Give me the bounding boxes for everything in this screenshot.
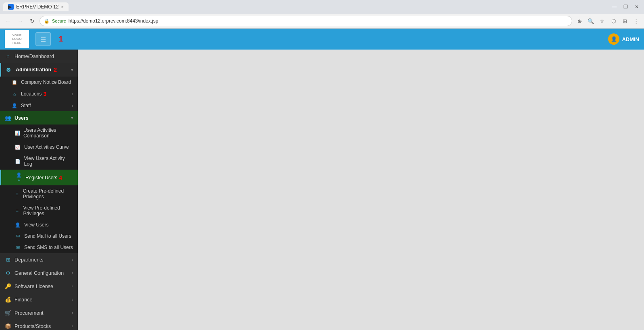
location-pin-icon: ⌂	[11, 91, 18, 96]
departments-icon: ⊞	[5, 257, 11, 263]
secure-icon: 🔒	[44, 19, 50, 24]
sidebar-label-create-privileges: Create Pre-defined Privileges	[23, 188, 73, 199]
sidebar-label-register: Register Users	[25, 175, 57, 181]
annotation-4: 4	[59, 174, 62, 181]
sidebar-label-administration: Administration	[16, 67, 51, 73]
window-controls: — ❐ ✕	[610, 3, 641, 11]
sidebar-label-products: Products/Stocks	[15, 324, 51, 329]
menu-toggle-button[interactable]: ☰	[35, 32, 51, 46]
menu-dots-icon[interactable]: ⋮	[631, 16, 641, 26]
sidebar-label-config: General Configuration	[15, 270, 64, 276]
sidebar: ⌂ Home/Dashboard ⚙ Administration 2 ▾ 📋 …	[0, 50, 78, 330]
finance-icon: 💰	[5, 297, 11, 303]
log-icon: 📄	[15, 159, 21, 164]
license-chevron-icon: ‹	[72, 284, 73, 288]
forward-button[interactable]: →	[15, 16, 25, 26]
sidebar-item-company-notice[interactable]: 📋 Company Notice Board	[0, 77, 78, 88]
app-wrapper: YOUR LOGO HERE ☰ 1 👤 ADMIN ⌂ Home/Dashbo…	[0, 29, 644, 330]
sidebar-label-locations: Locations	[21, 91, 42, 97]
sidebar-label-send-mail: Send Mail to all Users	[24, 233, 71, 239]
browser-tab[interactable]: ▶ ERPREV DEMO 12 ×	[3, 2, 69, 11]
sidebar-label-staff: Staff	[21, 103, 31, 108]
sms-icon: ✉	[15, 245, 21, 250]
users-icon: 👥	[5, 115, 11, 121]
users-chevron-icon: ▾	[71, 116, 73, 120]
sidebar-label-departments: Departments	[15, 257, 44, 263]
tab-close-button[interactable]: ×	[61, 4, 63, 9]
location-icon[interactable]: ⊕	[575, 16, 584, 26]
sidebar-item-send-sms[interactable]: ✉ Send SMS to all Users	[0, 242, 78, 253]
sidebar-item-finance[interactable]: 💰 Finance ‹	[0, 293, 78, 306]
sidebar-label-finance: Finance	[15, 297, 32, 303]
sidebar-item-view-activity-log[interactable]: 📄 View Users Activity Log	[0, 153, 78, 170]
admin-label: ADMIN	[622, 36, 639, 42]
sidebar-item-view-privileges[interactable]: ≡ View Pre-defined Privileges	[0, 202, 78, 219]
maximize-button[interactable]: ❐	[621, 3, 629, 11]
secure-label: Secure	[52, 19, 66, 23]
extension-icon[interactable]: ⊞	[620, 16, 629, 26]
view-users-icon: 👤	[15, 222, 21, 228]
sidebar-item-general-config[interactable]: ⚙ General Configuration ‹	[0, 266, 78, 280]
browser-chrome: ▶ ERPREV DEMO 12 × — ❐ ✕ ← → ↻ 🔒 Secure …	[0, 0, 644, 29]
staff-icon: 👤	[11, 103, 18, 108]
config-icon: ⚙	[5, 270, 11, 276]
procurement-icon: 🛒	[5, 310, 11, 316]
view-privileges-icon: ≡	[15, 208, 20, 213]
sidebar-item-departments[interactable]: ⊞ Departments ‹	[0, 253, 78, 266]
sidebar-sub-users: 📊 Users Activities Comparison 📈 User Act…	[0, 125, 78, 253]
sidebar-item-view-users[interactable]: 👤 View Users	[0, 219, 78, 230]
tab-title: ERPREV DEMO 12	[16, 4, 58, 10]
notice-icon: 📋	[11, 80, 18, 85]
sidebar-item-products-stocks[interactable]: 📦 Products/Stocks ‹	[0, 320, 78, 330]
sidebar-item-locations[interactable]: ⌂ Locations 3 ‹	[0, 88, 78, 100]
tab-favicon: ▶	[8, 4, 14, 10]
admin-area: 👤 ADMIN	[608, 33, 639, 45]
sidebar-item-administration[interactable]: ⚙ Administration 2 ▾	[0, 63, 78, 77]
sidebar-label-home: Home/Dashboard	[15, 54, 54, 59]
sidebar-item-send-mail[interactable]: ✉ Send Mail to all Users	[0, 230, 78, 242]
sidebar-item-create-privileges[interactable]: ≡ Create Pre-defined Privileges	[0, 185, 78, 202]
sidebar-item-home-dashboard[interactable]: ⌂ Home/Dashboard	[0, 50, 78, 63]
sidebar-item-register-users[interactable]: 👤+ Register Users 4	[0, 170, 78, 185]
curve-icon: 📈	[15, 145, 21, 150]
bookmark-icon[interactable]: ⬡	[609, 16, 618, 26]
sidebar-item-user-activities-curve[interactable]: 📈 User Activities Curve	[0, 141, 78, 153]
browser-controls: ← → ↻ 🔒 Secure https://demo12.erprev.com…	[0, 14, 644, 28]
sidebar-label-view-users: View Users	[24, 222, 48, 228]
browser-actions: ⊕ 🔍 ☆ ⬡ ⊞ ⋮	[575, 16, 641, 26]
back-button[interactable]: ←	[3, 16, 13, 26]
sidebar-item-procurement[interactable]: 🛒 Procurement ‹	[0, 306, 78, 320]
sidebar-label-comparison: Users Activities Comparison	[23, 127, 73, 139]
sidebar-label-license: Software License	[15, 284, 53, 289]
app-header: YOUR LOGO HERE ☰ 1 👤 ADMIN	[0, 29, 644, 50]
sidebar-label-procurement: Procurement	[15, 310, 44, 316]
minimize-button[interactable]: —	[610, 3, 618, 11]
sidebar-item-software-license[interactable]: 🔑 Software License ‹	[0, 280, 78, 293]
zoom-icon[interactable]: 🔍	[586, 16, 596, 26]
sidebar-sub-administration: 📋 Company Notice Board ⌂ Locations 3 ‹ 👤…	[0, 77, 78, 253]
departments-chevron-icon: ‹	[72, 257, 73, 262]
logo: YOUR LOGO HERE	[5, 30, 29, 48]
sidebar-item-users-activities-comparison[interactable]: 📊 Users Activities Comparison	[0, 125, 78, 141]
staff-chevron-icon: ‹	[72, 104, 73, 108]
admin-icon: ⚙	[6, 67, 13, 73]
finance-chevron-icon: ‹	[72, 297, 73, 302]
annotation-3: 3	[43, 91, 46, 97]
sidebar-label-notice: Company Notice Board	[21, 79, 71, 85]
reload-button[interactable]: ↻	[27, 16, 37, 26]
annotation-1: 1	[59, 35, 63, 44]
close-button[interactable]: ✕	[633, 3, 641, 11]
sidebar-label-curve: User Activities Curve	[24, 144, 69, 150]
browser-titlebar: ▶ ERPREV DEMO 12 × — ❐ ✕	[0, 0, 644, 14]
sidebar-label-send-sms: Send SMS to all Users	[24, 245, 73, 250]
star-icon[interactable]: ☆	[597, 16, 607, 26]
sidebar-label-view-privileges: View Pre-defined Privileges	[23, 205, 73, 216]
address-bar[interactable]: 🔒 Secure https://demo12.erprev.com:8443/…	[40, 16, 572, 26]
sidebar-item-users[interactable]: 👥 Users ▾	[0, 111, 78, 125]
sidebar-item-staff[interactable]: 👤 Staff ‹	[0, 100, 78, 111]
admin-avatar: 👤	[608, 33, 619, 45]
url-text: https://demo12.erprev.com:8443/index.jsp	[69, 18, 158, 24]
register-icon: 👤+	[16, 172, 22, 183]
admin-chevron-icon: ▾	[71, 68, 73, 72]
products-icon: 📦	[5, 323, 11, 329]
